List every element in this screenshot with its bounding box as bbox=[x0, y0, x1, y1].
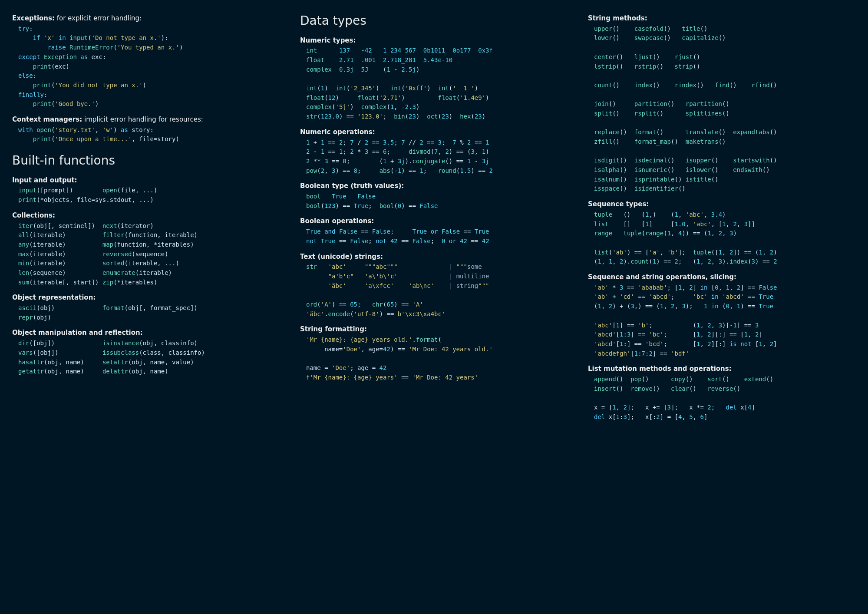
io-heading: Input and output: bbox=[12, 176, 279, 185]
repr-heading: Object representation: bbox=[12, 293, 279, 303]
numtypes-heading: Numeric types: bbox=[300, 36, 567, 46]
boolops-heading: Boolean operations: bbox=[300, 217, 567, 226]
section-context-managers: Context managers: implicit error handlin… bbox=[12, 115, 279, 144]
strmethods-code: upper() casefold() title() lower() swapc… bbox=[588, 24, 855, 194]
section-numeric-ops: Numeric operations: 1 + 1 == 2; 7 / 2 ==… bbox=[300, 128, 567, 176]
mutation-heading: List mutation methods and operations: bbox=[588, 364, 855, 374]
seqtypes-code: tuple () (1,) (1, 'abc', 3.4) list [] [1… bbox=[588, 210, 855, 267]
context-heading: Context managers: implicit error handlin… bbox=[12, 115, 279, 125]
format-code: 'Mr {name}: {age} years old.'.format( na… bbox=[300, 335, 567, 382]
section-sequence-types: Sequence types: tuple () (1,) (1, 'abc',… bbox=[588, 200, 855, 267]
section-io: Input and output: input([prompt]) open(f… bbox=[12, 176, 279, 205]
section-numeric-types: Numeric types: int 137 -42 1_234_567 0b1… bbox=[300, 36, 567, 122]
slicing-code: 'ab' * 3 == 'ababab'; [1, 2] in [0, 1, 2… bbox=[588, 283, 855, 359]
context-code: with open('story.txt', 'w') as story: pr… bbox=[12, 125, 279, 144]
section-collections: Collections: iter(obj[, sentinel]) next(… bbox=[12, 211, 279, 287]
text-code: str 'abc' """abc""" | """some "a'b'c" 'a… bbox=[300, 262, 567, 319]
column-middle: Data types Numeric types: int 137 -42 1_… bbox=[300, 12, 567, 428]
section-slicing: Sequence and string operations, slicing:… bbox=[588, 273, 855, 358]
format-heading: String formatting: bbox=[300, 325, 567, 334]
section-text-strings: Text (unicode) strings: str 'abc' """abc… bbox=[300, 252, 567, 319]
heading-builtins: Built-in functions bbox=[12, 152, 279, 170]
mutation-code: append() pop() copy() sort() extend() in… bbox=[588, 375, 855, 422]
reflection-heading: Object manipulation and reflection: bbox=[12, 328, 279, 338]
text-heading: Text (unicode) strings: bbox=[300, 252, 567, 262]
exceptions-heading: Exceptions: for explicit error handling: bbox=[12, 14, 279, 23]
bool-heading: Boolean type (truth values): bbox=[300, 182, 567, 191]
bool-code: bool True False bool(123) == True; bool(… bbox=[300, 192, 567, 211]
numops-heading: Numeric operations: bbox=[300, 128, 567, 137]
collections-heading: Collections: bbox=[12, 211, 279, 221]
numops-code: 1 + 1 == 2; 7 / 2 == 3.5; 7 // 2 == 3; 7… bbox=[300, 138, 567, 176]
section-reflection: Object manipulation and reflection: dir(… bbox=[12, 328, 279, 376]
exceptions-code: try: if 'x' in input('Do not type an x.'… bbox=[12, 24, 279, 109]
section-list-mutation: List mutation methods and operations: ap… bbox=[588, 364, 855, 422]
heading-datatypes: Data types bbox=[300, 12, 567, 30]
section-bool-ops: Boolean operations: True and False == Fa… bbox=[300, 217, 567, 246]
strmethods-heading: String methods: bbox=[588, 14, 855, 23]
seqtypes-heading: Sequence types: bbox=[588, 200, 855, 209]
collections-code: iter(obj[, sentinel]) next(iterator) all… bbox=[12, 221, 279, 287]
reflection-code: dir([obj]) isinstance(obj, classinfo) va… bbox=[12, 339, 279, 376]
section-bool-type: Boolean type (truth values): bool True F… bbox=[300, 182, 567, 211]
section-repr: Object representation: ascii(obj) format… bbox=[12, 293, 279, 322]
numtypes-code: int 137 -42 1_234_567 0b1011 0o177 0x3f … bbox=[300, 46, 567, 122]
boolops-code: True and False == False; True or False =… bbox=[300, 227, 567, 246]
slicing-heading: Sequence and string operations, slicing: bbox=[588, 273, 855, 282]
io-code: input([prompt]) open(file, ...) print(*o… bbox=[12, 186, 279, 205]
section-string-methods: String methods: upper() casefold() title… bbox=[588, 14, 855, 194]
column-left: Exceptions: for explicit error handling:… bbox=[12, 12, 279, 428]
section-string-formatting: String formatting: 'Mr {name}: {age} yea… bbox=[300, 325, 567, 382]
repr-code: ascii(obj) format(obj[, format_spec]) re… bbox=[12, 304, 279, 322]
section-exceptions: Exceptions: for explicit error handling:… bbox=[12, 14, 279, 109]
column-right: String methods: upper() casefold() title… bbox=[588, 12, 855, 428]
cheatsheet-page: Exceptions: for explicit error handling:… bbox=[0, 0, 868, 454]
